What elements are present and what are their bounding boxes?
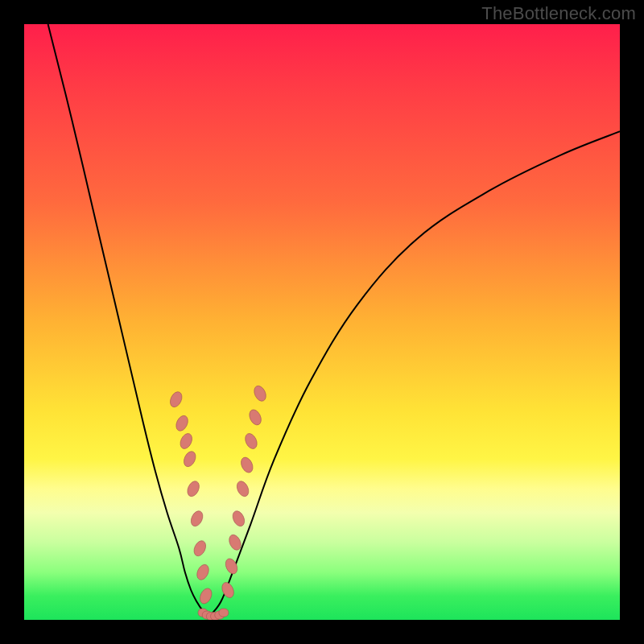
marker-dot bbox=[220, 580, 236, 600]
marker-dot bbox=[195, 563, 211, 582]
marker-dot bbox=[243, 431, 259, 451]
marker-dot bbox=[174, 414, 190, 433]
marker-dot bbox=[239, 456, 255, 475]
marker-dot bbox=[185, 479, 201, 498]
marker-dot bbox=[188, 509, 204, 528]
chart-frame: TheBottleneck.com bbox=[0, 0, 644, 644]
marker-dot bbox=[230, 509, 246, 528]
left-curve bbox=[48, 24, 209, 617]
markers-right bbox=[220, 384, 268, 600]
markers-bottom bbox=[198, 609, 229, 620]
markers-left bbox=[168, 390, 214, 605]
marker-dot bbox=[234, 479, 250, 498]
marker-dot bbox=[198, 587, 214, 606]
marker-dot bbox=[247, 408, 263, 427]
plot-area bbox=[24, 24, 620, 620]
watermark-text: TheBottleneck.com bbox=[481, 3, 636, 24]
right-curve bbox=[208, 131, 620, 617]
curve-layer bbox=[24, 24, 620, 620]
marker-dot bbox=[252, 384, 268, 403]
marker-dot bbox=[182, 449, 198, 469]
marker-dot bbox=[192, 539, 208, 558]
marker-dot bbox=[168, 390, 184, 409]
marker-dot bbox=[178, 431, 194, 451]
marker-pill bbox=[219, 609, 229, 617]
